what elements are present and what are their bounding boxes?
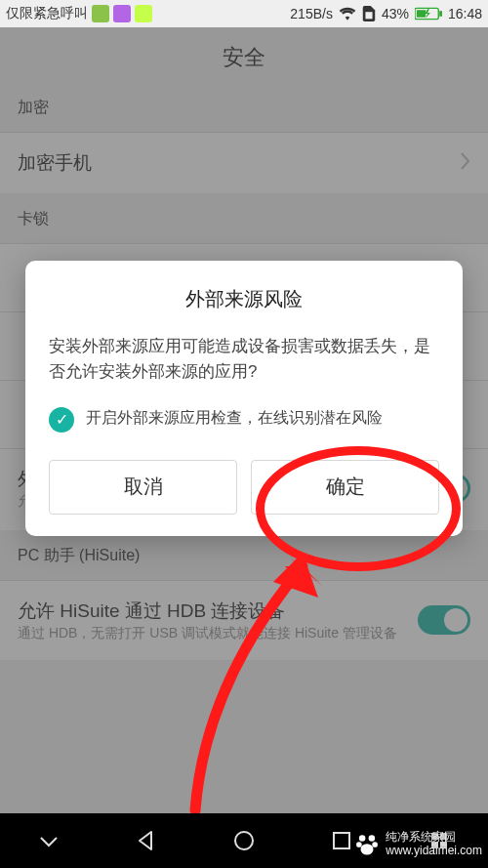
confirm-button[interactable]: 确定 — [251, 460, 439, 515]
network-status: 仅限紧急呼叫 — [6, 5, 88, 22]
nav-menu-button[interactable] — [25, 817, 72, 864]
sim-icon — [362, 6, 376, 21]
svg-point-15 — [361, 844, 374, 854]
dialog-checkbox-row[interactable]: ✓ 开启外部来源应用检查，在线识别潜在风险 — [49, 407, 439, 433]
svg-rect-3 — [439, 11, 442, 17]
net-speed: 215B/s — [290, 6, 333, 21]
notif-icon-1 — [92, 5, 109, 22]
watermark-url: www.yidaimei.com — [386, 845, 482, 858]
watermark: 纯净系统家园 www.yidaimei.com — [354, 831, 482, 858]
status-bar: 仅限紧急呼叫 215B/s 43% 16:48 — [0, 0, 488, 27]
check-icon: ✓ — [49, 407, 74, 433]
dialog-external-source-risk: 外部来源风险 安装外部来源应用可能造成设备损害或数据丢失，是否允许安装外部来源的… — [25, 261, 463, 536]
battery-percent: 43% — [382, 6, 409, 21]
dialog-check-text: 开启外部来源应用检查，在线识别潜在风险 — [86, 407, 383, 429]
svg-rect-0 — [365, 12, 372, 19]
paw-icon — [354, 832, 380, 857]
svg-rect-2 — [417, 10, 426, 17]
nav-back-button[interactable] — [123, 817, 170, 864]
nav-home-button[interactable] — [221, 817, 267, 864]
notif-icon-3 — [135, 5, 152, 22]
svg-point-13 — [356, 842, 362, 847]
dialog-title: 外部来源风险 — [49, 286, 439, 312]
notif-icon-2 — [113, 5, 131, 22]
battery-icon — [415, 7, 442, 21]
svg-point-14 — [373, 842, 379, 847]
wifi-icon — [339, 7, 356, 21]
svg-point-5 — [235, 832, 253, 849]
clock: 16:48 — [448, 6, 482, 21]
svg-point-12 — [369, 835, 376, 842]
svg-point-11 — [359, 835, 366, 842]
svg-rect-6 — [334, 833, 349, 848]
dialog-body: 安装外部来源应用可能造成设备损害或数据丢失，是否允许安装外部来源的应用? — [49, 334, 439, 386]
cancel-button[interactable]: 取消 — [49, 460, 237, 515]
